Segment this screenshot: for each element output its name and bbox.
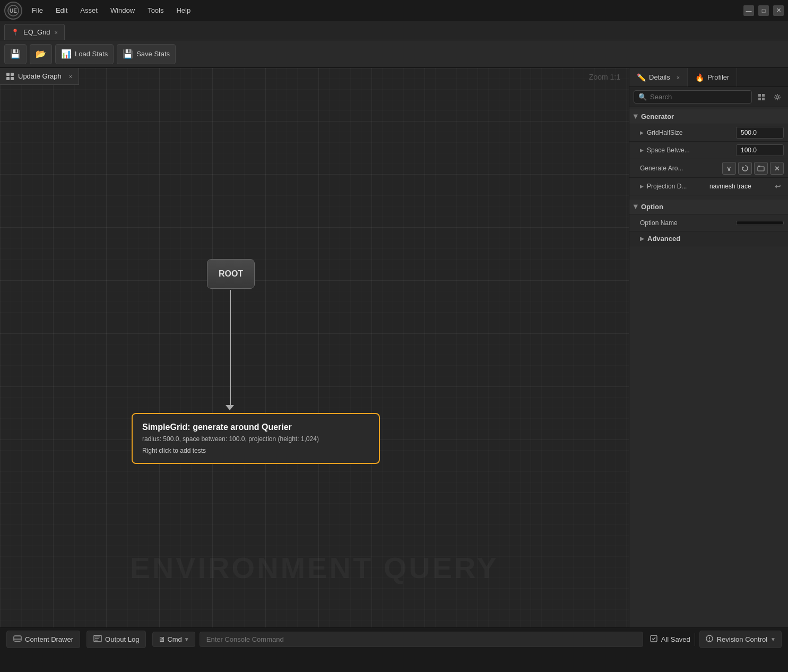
search-bar: 🔍 (629, 87, 788, 107)
option-section-header[interactable]: ▶ Option (629, 200, 788, 214)
svg-rect-2 (758, 94, 761, 97)
projection-undo-button[interactable]: ↩ (772, 180, 784, 192)
cmd-dropdown-button[interactable]: 🖥 Cmd ▼ (152, 632, 195, 647)
space-between-expand[interactable]: ▶ (640, 148, 644, 153)
cmd-screen-icon: 🖥 (158, 635, 165, 643)
svg-rect-4 (758, 98, 761, 100)
menu-window[interactable]: Window (105, 4, 140, 16)
generate-around-label: Generate Aro... (640, 165, 720, 172)
root-node[interactable]: ROOT (207, 259, 255, 289)
output-log-label: Output Log (105, 635, 139, 643)
update-graph-tab[interactable]: Update Graph × (0, 68, 79, 85)
tab-details[interactable]: ✏️ Details × (629, 68, 688, 87)
four-squares-icon (6, 73, 14, 80)
content-drawer-button[interactable]: Content Drawer (6, 631, 80, 648)
maximize-button[interactable]: □ (758, 5, 769, 16)
sub-tab-bar: Update Graph × (0, 68, 79, 85)
tab-label: EQ_Grid (23, 28, 50, 36)
revision-chevron-icon: ▼ (770, 636, 776, 642)
option-section: ▶ Option Option Name ▶ Advanced (629, 197, 788, 248)
advanced-label: Advanced (647, 235, 680, 243)
save-stats-label: Save Stats (136, 50, 170, 58)
details-close-button[interactable]: × (677, 74, 680, 81)
svg-rect-5 (762, 98, 765, 100)
advanced-header[interactable]: ▶ Advanced (629, 231, 788, 246)
graph-header: Query Graph Zoom 1:1 (0, 68, 629, 86)
generator-label: Generator (641, 113, 674, 120)
panel-tabs: ✏️ Details × 🔥 Profiler (629, 68, 788, 87)
save-stats-button[interactable]: 💾 Save Stats (117, 44, 176, 64)
gen-clear-button[interactable]: ✕ (770, 162, 784, 175)
space-between-row: ▶ Space Betwe... 100.0 (629, 142, 788, 159)
status-separator (695, 633, 695, 646)
simplegrid-hint: Right click to add tests (142, 447, 369, 454)
grid-view-button[interactable] (755, 91, 768, 104)
generator-section-header[interactable]: ▶ Generator (629, 109, 788, 124)
grid-half-size-value[interactable]: 500.0 (736, 127, 784, 139)
simplegrid-desc: radius: 500.0, space between: 100.0, pro… (142, 435, 369, 443)
gen-dropdown-button[interactable]: ∨ (722, 162, 736, 175)
svg-point-6 (776, 96, 779, 98)
option-name-label: Option Name (640, 219, 736, 227)
projection-label: Projection D... (647, 183, 709, 190)
tab-bar: 📍 EQ_Grid × (0, 21, 788, 40)
output-log-button[interactable]: Output Log (86, 631, 146, 648)
sub-tab-close[interactable]: × (69, 73, 72, 80)
cmd-chevron-icon: ▼ (184, 636, 189, 642)
generate-around-row: Generate Aro... ∨ ✕ (629, 159, 788, 178)
grid-half-size-label: GridHalfSize (647, 129, 736, 136)
console-command-input[interactable] (200, 632, 643, 647)
grid-half-size-expand[interactable]: ▶ (640, 130, 644, 135)
folder-button[interactable]: 📂 (30, 44, 52, 64)
root-node-label: ROOT (219, 269, 243, 279)
search-input[interactable] (650, 93, 747, 101)
menu-tools[interactable]: Tools (142, 4, 169, 16)
advanced-expand-icon: ▶ (640, 236, 644, 242)
save-button[interactable]: 💾 (4, 44, 27, 64)
tab-eq-grid[interactable]: 📍 EQ_Grid × (4, 24, 65, 40)
option-expand-icon: ▶ (633, 205, 639, 209)
tab-location-icon: 📍 (11, 29, 19, 36)
folder-icon: 📂 (36, 49, 46, 59)
details-icon: ✏️ (637, 73, 646, 82)
revision-control-label: Revision Control (717, 635, 767, 643)
space-between-value[interactable]: 100.0 (736, 144, 784, 156)
search-input-wrap: 🔍 (634, 90, 752, 104)
status-bar: Content Drawer Output Log 🖥 Cmd ▼ (0, 627, 788, 651)
revision-control-button[interactable]: Revision Control ▼ (699, 631, 782, 648)
svg-rect-3 (762, 94, 765, 97)
option-name-row: Option Name (629, 214, 788, 231)
projection-value: navmesh trace (709, 183, 772, 190)
all-saved-icon (650, 634, 658, 644)
menu-edit[interactable]: Edit (50, 4, 73, 16)
svg-rect-7 (758, 167, 764, 171)
menu-file[interactable]: File (27, 4, 48, 16)
space-between-label: Space Betwe... (647, 147, 736, 154)
gen-refresh-button[interactable] (738, 162, 752, 175)
content-drawer-icon (13, 634, 22, 644)
gen-folder-button[interactable] (754, 162, 768, 175)
connection-arrow (226, 405, 234, 410)
graph-grid (0, 68, 629, 627)
graph-area[interactable]: Update Graph × Query Graph Zoom 1:1 ROOT… (0, 68, 629, 627)
profiler-icon: 🔥 (695, 73, 704, 82)
load-stats-button[interactable]: 📊 Load Stats (55, 44, 114, 64)
menu-bar: File Edit Asset Window Tools Help (27, 4, 739, 16)
minimize-button[interactable]: — (743, 5, 754, 16)
tab-profiler[interactable]: 🔥 Profiler (688, 68, 737, 87)
simplegrid-node[interactable]: SimpleGrid: generate around Querier radi… (132, 413, 380, 464)
projection-expand[interactable]: ▶ (640, 184, 644, 189)
tab-close-button[interactable]: × (55, 29, 58, 36)
status-right: All Saved Revision Control ▼ (650, 631, 782, 648)
option-name-value[interactable] (736, 221, 784, 225)
connection-line (230, 290, 231, 407)
option-label: Option (641, 203, 663, 211)
title-bar: UE File Edit Asset Window Tools Help — □… (0, 0, 788, 21)
menu-help[interactable]: Help (171, 4, 196, 16)
close-button[interactable]: ✕ (773, 5, 784, 16)
ue-logo: UE (4, 2, 22, 20)
settings-button[interactable] (771, 91, 784, 104)
cmd-area: 🖥 Cmd ▼ (152, 632, 643, 647)
menu-asset[interactable]: Asset (75, 4, 103, 16)
sub-tab-label: Update Graph (18, 72, 62, 80)
